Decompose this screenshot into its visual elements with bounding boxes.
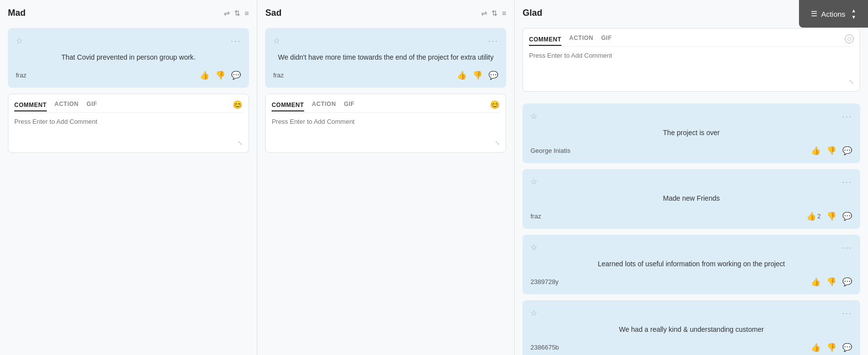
card-text-glad-3: Learned lots of useful information from … xyxy=(530,259,852,269)
thumbs-up-icon-glad-4[interactable]: 👍 xyxy=(811,343,821,352)
emoji-button-mad[interactable]: 😊 xyxy=(233,100,243,109)
column-header-sad: Sad ⇌ ⇅ ≡ xyxy=(265,8,506,18)
thumbs-down-icon-glad-3[interactable]: 👎 xyxy=(827,277,836,286)
comment-box-sad: COMMENT ACTION GIF 😊 ⤡ xyxy=(265,94,506,153)
card-top-glad-1: ☆ ··· xyxy=(530,111,852,122)
comment-box-mad: COMMENT ACTION GIF 😊 ⤡ xyxy=(8,94,249,153)
comment-icon[interactable]: 💬 xyxy=(231,71,241,80)
card-menu-button-glad-2[interactable]: ··· xyxy=(842,177,852,187)
tab-action-glad[interactable]: ACTION xyxy=(569,35,593,43)
emoji-button-sad[interactable]: 😊 xyxy=(490,100,500,109)
thumbs-up-icon-glad-3[interactable]: 👍 xyxy=(811,277,821,286)
card-text-glad-1: The project is over xyxy=(530,128,852,138)
resize-handle-mad[interactable]: ⤡ xyxy=(14,140,243,146)
card-glad-3: ☆ ··· Learned lots of useful information… xyxy=(522,235,860,294)
card-actions-glad-2: 👍2 👎 💬 xyxy=(806,212,852,221)
column-sad: Sad ⇌ ⇅ ≡ ☆ ··· We didn't have more time… xyxy=(257,0,515,355)
column-controls-sad: ⇌ ⇅ ≡ xyxy=(481,9,506,18)
comment-tabs-mad: COMMENT ACTION GIF 😊 xyxy=(14,100,243,113)
comment-input-area-mad: ⤡ xyxy=(14,118,243,146)
card-menu-button-sad[interactable]: ··· xyxy=(488,36,498,46)
actions-button[interactable]: ☰ Actions ▲ ▼ xyxy=(799,0,868,28)
tab-gif-mad[interactable]: GIF xyxy=(87,101,98,109)
comment-box-glad-top: COMMENT ACTION GIF ○ ⤡ xyxy=(522,28,860,92)
column-glad: Glad ⇌ ⇅ ≡ COMMENT ACTION GIF ○ ⤡ ☆ ··· xyxy=(515,0,868,355)
card-glad-1: ☆ ··· The project is over George Iniatis… xyxy=(522,104,860,163)
thumbs-up-icon-glad-2[interactable]: 👍2 xyxy=(806,212,821,221)
card-footer-glad-2: fraz 👍2 👎 💬 xyxy=(530,212,852,221)
tab-comment-mad[interactable]: COMMENT xyxy=(14,102,47,111)
card-text: That Covid prevented in person group wor… xyxy=(16,52,241,63)
thumbs-down-icon-glad-2[interactable]: 👎 xyxy=(827,212,836,221)
card-footer-glad-1: George Iniatis 👍 👎 💬 xyxy=(530,146,852,155)
card-sad-1: ☆ ··· We didn't have more time towards t… xyxy=(265,28,506,88)
card-text-glad-2: Made new Friends xyxy=(530,193,852,204)
thumbs-down-icon-glad-1[interactable]: 👎 xyxy=(827,146,836,155)
comment-tabs-sad: COMMENT ACTION GIF 😊 xyxy=(272,100,500,113)
thumbs-down-icon-glad-4[interactable]: 👎 xyxy=(827,343,836,352)
tab-comment-glad[interactable]: COMMENT xyxy=(529,36,561,46)
column-controls-mad: ⇌ ⇅ ≡ xyxy=(224,9,249,18)
chevron-down-icon: ▼ xyxy=(851,14,856,20)
filter-icon-sad[interactable]: ⇌ xyxy=(481,9,487,18)
card-top-glad-4: ☆ ··· xyxy=(530,308,852,319)
tab-gif-sad[interactable]: GIF xyxy=(344,101,355,109)
star-icon[interactable]: ☆ xyxy=(16,36,23,45)
card-author: fraz xyxy=(16,71,27,79)
star-icon-glad-1[interactable]: ☆ xyxy=(530,111,537,121)
tab-action-sad[interactable]: ACTION xyxy=(312,101,336,109)
tab-action-mad[interactable]: ACTION xyxy=(55,101,79,109)
comment-tabs-glad: COMMENT ACTION GIF ○ xyxy=(529,35,854,47)
filter-icon[interactable]: ⇌ xyxy=(224,9,230,18)
star-icon-glad-2[interactable]: ☆ xyxy=(530,177,537,186)
comment-icon-glad-3[interactable]: 💬 xyxy=(842,277,852,286)
column-title-glad: Glad xyxy=(522,8,542,18)
chevron-up-icon: ▲ xyxy=(851,8,856,13)
sort-icon[interactable]: ⇅ xyxy=(234,9,241,18)
card-top: ☆ ··· xyxy=(16,36,241,46)
tab-comment-sad[interactable]: COMMENT xyxy=(272,102,304,111)
menu-icon-sad[interactable]: ≡ xyxy=(502,9,506,17)
comment-icon-glad-1[interactable]: 💬 xyxy=(842,146,852,155)
menu-icon[interactable]: ≡ xyxy=(244,9,249,17)
star-icon-glad-4[interactable]: ☆ xyxy=(530,308,537,318)
thumbs-down-icon[interactable]: 👎 xyxy=(215,71,225,80)
column-title-sad: Sad xyxy=(265,8,281,18)
sort-icon-sad[interactable]: ⇅ xyxy=(491,9,498,18)
card-menu-button-glad-4[interactable]: ··· xyxy=(842,308,852,319)
actions-label: Actions xyxy=(821,10,845,18)
card-text-glad-4: We had a really kind & understanding cus… xyxy=(530,324,852,335)
card-actions-glad-4: 👍 👎 💬 xyxy=(811,343,852,352)
circle-button-glad[interactable]: ○ xyxy=(845,35,854,43)
comment-input-glad-top[interactable] xyxy=(529,52,854,76)
card-actions-glad-3: 👍 👎 💬 xyxy=(811,277,852,286)
star-icon-glad-3[interactable]: ☆ xyxy=(530,243,537,252)
column-mad: Mad ⇌ ⇅ ≡ ☆ ··· That Covid prevented in … xyxy=(0,0,257,355)
card-top-sad: ☆ ··· xyxy=(273,36,498,46)
card-author-glad-3: 2389728y xyxy=(530,278,558,285)
card-footer: fraz 👍 👎 💬 xyxy=(16,71,241,80)
comment-icon-sad[interactable]: 💬 xyxy=(488,71,498,80)
thumbs-up-icon[interactable]: 👍 xyxy=(200,71,209,80)
star-icon-sad[interactable]: ☆ xyxy=(273,36,280,45)
comment-icon-glad-2[interactable]: 💬 xyxy=(842,212,852,221)
comment-input-sad[interactable] xyxy=(272,118,500,138)
card-top-glad-3: ☆ ··· xyxy=(530,243,852,253)
thumbs-down-icon-sad[interactable]: 👎 xyxy=(473,71,483,80)
card-author-glad-1: George Iniatis xyxy=(530,147,570,154)
comment-input-mad[interactable] xyxy=(14,118,243,138)
card-actions: 👍 👎 💬 xyxy=(200,71,241,80)
thumbs-up-icon-glad-1[interactable]: 👍 xyxy=(811,146,821,155)
card-menu-button[interactable]: ··· xyxy=(231,36,241,46)
comment-icon-glad-4[interactable]: 💬 xyxy=(842,343,852,352)
thumbs-up-icon-sad[interactable]: 👍 xyxy=(457,71,467,80)
resize-handle-sad[interactable]: ⤡ xyxy=(272,140,500,146)
tab-gif-glad[interactable]: GIF xyxy=(601,35,612,43)
card-author-sad: fraz xyxy=(273,71,284,79)
card-author-glad-4: 2386675b xyxy=(530,344,559,351)
card-menu-button-glad-1[interactable]: ··· xyxy=(842,111,852,122)
resize-handle-glad[interactable]: ⤡ xyxy=(529,78,854,85)
column-title-mad: Mad xyxy=(8,8,26,18)
card-menu-button-glad-3[interactable]: ··· xyxy=(842,243,852,253)
card-footer-glad-3: 2389728y 👍 👎 💬 xyxy=(530,277,852,286)
